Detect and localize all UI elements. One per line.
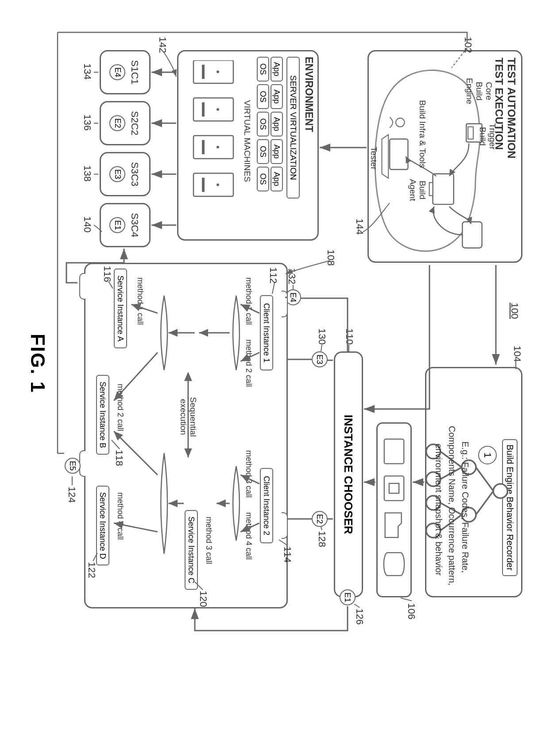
panel-tab-left [282, 291, 288, 317]
ref-134: 134 [81, 63, 93, 80]
s3c3-label: S3C3 [129, 162, 141, 186]
m2-bottom-mid: method 2 call [116, 384, 125, 431]
e3-circle: E3 [312, 351, 328, 367]
ref-144: 144 [354, 218, 365, 235]
environment-box: ENVIRONMENT SERVER VIRTUALIZATION App OS… [177, 50, 319, 241]
svg-rect-23 [389, 483, 399, 493]
s1c1-e: E4 [110, 64, 126, 80]
s3c3-e: E3 [110, 166, 126, 182]
ref-102: 102 [462, 37, 474, 53]
ref-120: 120 [197, 591, 209, 607]
s3c4-label: S3C4 [129, 213, 141, 237]
e2-circle: E2 [312, 511, 328, 527]
calls-panel: Client Instance 1 Client Instance 2 Serv… [84, 263, 288, 608]
m1-top-left: method 1 call [244, 277, 253, 325]
service-c: Service Instance C [185, 510, 198, 590]
s1c1-label: S1C1 [129, 60, 141, 84]
client-instance-1: Client Instance 1 [260, 295, 273, 370]
os-cell: OS [257, 57, 269, 82]
svg-point-33 [217, 108, 219, 111]
ref-118: 118 [113, 450, 125, 466]
svg-point-39 [217, 183, 219, 186]
ref-126: 126 [354, 608, 365, 625]
build-agent-label: Build Agent [408, 179, 427, 201]
svg-rect-31 [202, 65, 205, 79]
environment-title: ENVIRONMENT [303, 57, 315, 132]
svg-rect-5 [390, 139, 408, 170]
service-a: Service Instance A [114, 269, 127, 348]
ref-114: 114 [282, 546, 293, 563]
m1-bottom-left: method 1 call [135, 277, 145, 325]
vm-label: VIRTUAL MACHINES [242, 100, 252, 182]
s3c3-box: S3C3 E3 [100, 152, 151, 196]
panel-tab-right [282, 512, 288, 539]
recorder-box: Build Engine Behavior Recorder 1 E.g.: F… [425, 367, 522, 597]
service-d: Service Instance D [96, 486, 109, 565]
recorder-title: Build Engine Behavior Recorder [502, 439, 518, 576]
test-automation-box: TEST AUTOMATION TEST EXECUTION [367, 50, 522, 263]
instance-chooser-box: INSTANCE CHOOSER [334, 351, 363, 597]
svg-rect-34 [202, 102, 205, 117]
tester-label: Tester [369, 147, 379, 170]
svg-line-14 [476, 468, 493, 491]
figure-caption: FIG. 1 [27, 334, 49, 393]
ref-128: 128 [316, 531, 328, 547]
ref-142: 142 [157, 37, 168, 53]
db-row [376, 422, 412, 597]
svg-rect-32 [193, 98, 233, 121]
ref-100: 100 [509, 303, 520, 319]
app-cell: App [271, 57, 283, 82]
recorder-eg-3: environment snapshot & behavior [433, 444, 444, 576]
ref-122: 122 [86, 562, 97, 578]
instance-chooser-label: INSTANCE CHOOSER [342, 415, 356, 534]
s1c1-box: S1C1 E4 [100, 50, 151, 94]
ref-116: 116 [101, 266, 113, 282]
m2-top-left: method 2 call [244, 339, 253, 387]
ref-104: 104 [511, 346, 523, 362]
svg-rect-2 [433, 174, 453, 204]
svg-rect-38 [193, 173, 233, 196]
ref-124: 124 [66, 487, 77, 503]
svg-line-15 [476, 491, 493, 515]
ref-138: 138 [81, 165, 93, 182]
s2c2-label: S2C2 [129, 111, 141, 135]
svg-rect-37 [202, 140, 205, 154]
recorder-badge: 1 [478, 446, 497, 464]
svg-rect-4 [462, 222, 482, 248]
recorder-eg-2: Components Name, Occurrence pattern, [447, 426, 457, 585]
ref-106: 106 [406, 603, 417, 620]
ref-108: 108 [325, 249, 336, 266]
seq-label: Sequential execution [178, 397, 198, 437]
ref-136: 136 [81, 114, 93, 131]
build-infra-label: Build Infra & Tools [418, 100, 427, 168]
ref-130: 130 [316, 328, 328, 345]
ref-110: 110 [344, 328, 355, 345]
m3-mid-right: method 3 call [204, 517, 213, 564]
s2c2-e: E2 [110, 115, 126, 131]
svg-rect-1 [468, 127, 473, 139]
svg-point-36 [217, 146, 219, 148]
svg-rect-29 [193, 60, 233, 83]
m3-top-right: method 3 call [244, 450, 253, 498]
svg-rect-35 [193, 136, 233, 159]
e1-circle: E1 [340, 589, 356, 605]
panel-tab-bottom-left [79, 273, 85, 300]
s2c2-box: S2C2 E2 [100, 101, 151, 145]
m4-top-right: method 4 call [244, 512, 253, 560]
recorder-eg-1: E.g.: Failure Codes, Failure Rate, [460, 441, 470, 573]
service-b: Service Instance B [96, 375, 109, 455]
svg-point-6 [396, 118, 405, 127]
s3c4-box: S3C4 E1 [100, 203, 151, 247]
trigger-build-label: Trigger Build [478, 123, 497, 149]
svg-point-30 [217, 70, 219, 73]
server-virt-label: SERVER VIRTUALIZATION [286, 57, 300, 199]
svg-rect-21 [384, 439, 404, 464]
s3c4-e: E1 [110, 217, 126, 233]
svg-rect-3 [429, 183, 433, 195]
ref-140: 140 [81, 216, 93, 233]
client-instance-2: Client Instance 2 [260, 468, 273, 543]
ref-112: 112 [267, 267, 279, 284]
core-build-engine-label: Core Build Engine [464, 78, 494, 104]
m4-bottom-right: method 4 call [116, 492, 125, 540]
svg-rect-40 [202, 178, 205, 192]
